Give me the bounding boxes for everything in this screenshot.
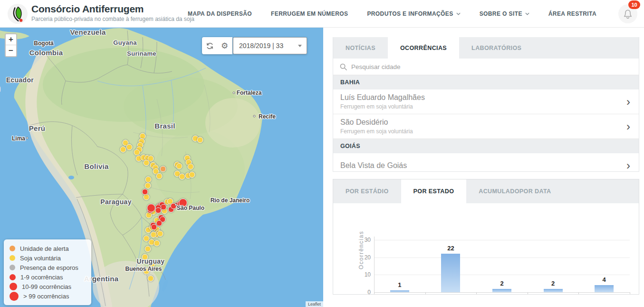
city-list-item[interactable]: Bela Vista de Goiás›: [333, 153, 639, 172]
chart-tabbar: POR ESTÁDIOPOR ESTADOACUMULADOPOR DATA: [333, 179, 639, 203]
occurrence-marker[interactable]: [144, 160, 150, 166]
season-select-value: 2018/2019 | 33: [239, 42, 283, 50]
legend-item: Soja voluntária: [10, 253, 86, 263]
tab-por-est-dio[interactable]: POR ESTÁDIO: [333, 179, 401, 203]
occurrence-marker[interactable]: [120, 147, 126, 153]
nav-item-1[interactable]: FERRUGEM EM NÚMEROS: [271, 10, 348, 17]
occurrence-marker[interactable]: [189, 172, 195, 178]
leaflet-attribution[interactable]: Leaflet: [306, 301, 323, 307]
select-caret-icon: [298, 45, 302, 47]
app-header: Consórcio Antiferrugem Parceria público-…: [0, 0, 644, 28]
occurrence-marker[interactable]: [151, 224, 157, 230]
nav-item-0[interactable]: MAPA DA DISPERSÃO: [188, 10, 252, 17]
legend-item: 10-99 ocorrências: [10, 282, 86, 291]
occurrence-marker[interactable]: [157, 231, 163, 237]
city-name: Luís Eduardo Magalhães: [340, 93, 626, 102]
occurrence-marker[interactable]: [188, 164, 194, 170]
legend-label: Presença de esporos: [20, 264, 78, 271]
bar-value-label: 1: [398, 281, 401, 288]
city-detail: Ferrugem em soja voluntária: [340, 103, 626, 110]
legend-label: Unidade de alerta: [20, 245, 69, 252]
tab-por-estado[interactable]: POR ESTADO: [401, 179, 467, 203]
map-toolbar: ⚙ 2018/2019 | 33: [202, 37, 307, 54]
legend-dot-icon: [10, 246, 15, 251]
city-list-item[interactable]: Luís Eduardo MagalhãesFerrugem em soja v…: [333, 89, 639, 114]
zoom-out-button[interactable]: −: [6, 45, 16, 56]
occurrence-marker[interactable]: [156, 173, 163, 179]
bell-icon: [623, 8, 633, 20]
occurrence-marker[interactable]: [160, 166, 166, 172]
bar: [390, 290, 409, 292]
occurrence-marker[interactable]: [142, 189, 148, 195]
page-subtitle: Parceria público-privada no combate à fe…: [31, 16, 194, 22]
city-list-item[interactable]: São DesidérioFerrugem em soja voluntária…: [333, 114, 639, 139]
occurrence-marker[interactable]: [147, 204, 155, 212]
occurrence-marker[interactable]: [179, 174, 185, 180]
chevron-right-icon: ›: [626, 121, 630, 132]
occurrence-marker[interactable]: [151, 232, 157, 238]
page-title: Consórcio Antiferrugem: [31, 3, 194, 15]
occurrence-marker[interactable]: [156, 220, 163, 227]
nav-item-2[interactable]: PRODUTOS E INFORMAÇÕES: [367, 10, 460, 17]
zoom-in-button[interactable]: +: [6, 34, 16, 45]
map-toolbar-icons: ⚙: [202, 37, 232, 54]
legend-dot-icon: [10, 265, 15, 270]
tab-laborat-rios[interactable]: LABORATÓRIOS: [459, 37, 534, 59]
city-detail: Ferrugem em soja voluntária: [340, 128, 626, 135]
legend-item: Presença de esporos: [10, 263, 86, 272]
occurrence-marker[interactable]: [154, 240, 160, 247]
x-axis-separator: [425, 292, 426, 295]
chevron-down-icon: [525, 12, 529, 15]
occurrence-marker[interactable]: [149, 261, 155, 267]
occurrence-marker[interactable]: [145, 177, 152, 183]
state-group-header: BAHIA: [333, 75, 639, 89]
nav-item-label: MAPA DA DISPERSÃO: [188, 10, 252, 17]
refresh-icon[interactable]: [206, 42, 214, 50]
nav-item-4[interactable]: ÁREA RESTRITA: [548, 10, 596, 17]
occurrence-marker[interactable]: [142, 254, 148, 260]
tab-acumuladopor-data[interactable]: ACUMULADOPOR DATA: [466, 179, 563, 203]
occurrence-marker[interactable]: [148, 276, 154, 282]
city-list: BAHIALuís Eduardo MagalhãesFerrugem em s…: [333, 75, 639, 172]
occurrence-marker[interactable]: [155, 208, 162, 214]
x-axis-separator: [374, 292, 375, 295]
bar-chart: Ocorrências 01020301MS22PR2RS2SC4SP: [333, 203, 639, 295]
search-input[interactable]: [351, 63, 632, 70]
x-axis-separator: [630, 292, 630, 295]
city-list-item-text: São DesidérioFerrugem em soja voluntária: [340, 118, 626, 135]
tab-ocorr-ncias[interactable]: OCORRÊNCIAS: [388, 37, 459, 59]
occurrence-marker[interactable]: [179, 198, 187, 207]
chevron-right-icon: ›: [626, 96, 630, 108]
legend-item: Unidade de alerta: [10, 244, 86, 253]
y-axis-line: [374, 237, 375, 292]
bar: [544, 289, 563, 292]
bar: [492, 289, 511, 292]
site-logo[interactable]: [8, 4, 28, 24]
notification-count-badge: 10: [628, 0, 640, 9]
leaf-logo-icon: [9, 5, 27, 23]
x-axis-line: [374, 292, 630, 293]
map-legend: Unidade de alertaSoja voluntáriaPresença…: [4, 239, 91, 305]
occurrence-marker[interactable]: [197, 137, 203, 143]
y-axis-title: Ocorrências: [358, 231, 365, 269]
occurrence-marker[interactable]: [176, 163, 183, 169]
legend-dot-icon: [10, 283, 17, 290]
legend-dot-icon: [10, 292, 19, 301]
season-select[interactable]: 2018/2019 | 33: [233, 37, 307, 54]
dispersion-map[interactable]: VenezuelaColombiaGuyanaSurinameEcuadorPe…: [0, 28, 323, 307]
occurrence-marker[interactable]: [171, 203, 177, 209]
occurrence-marker[interactable]: [134, 149, 140, 156]
city-name: São Desidério: [340, 118, 626, 127]
bar-value-label: 2: [551, 280, 555, 287]
occurrences-panel: NOTÍCIASOCORRÊNCIASLABORATÓRIOS BAHIALuí…: [333, 37, 639, 172]
nav-item-3[interactable]: SOBRE O SITE: [480, 10, 529, 17]
tab-not-cias[interactable]: NOTÍCIAS: [333, 37, 388, 59]
occurrence-marker[interactable]: [145, 246, 151, 252]
legend-label: Soja voluntária: [20, 255, 61, 262]
occurrence-marker[interactable]: [145, 183, 151, 189]
x-axis-separator: [528, 292, 528, 295]
gear-icon[interactable]: ⚙: [221, 42, 229, 50]
occurrence-marker[interactable]: [144, 268, 150, 275]
chevron-right-icon: ›: [626, 160, 630, 171]
occurrence-marker[interactable]: [126, 144, 133, 150]
